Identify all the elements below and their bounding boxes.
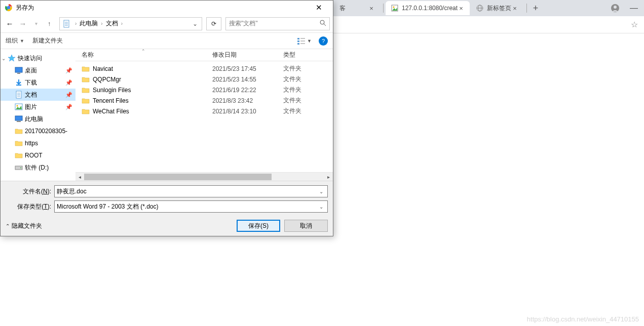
nav-item-8[interactable]: ROOT: [1, 149, 75, 161]
document-icon: [62, 19, 71, 28]
nav-back-button[interactable]: ←: [4, 18, 16, 30]
save-button[interactable]: 保存(S): [237, 220, 280, 232]
new-tab-button[interactable]: +: [529, 2, 542, 15]
nav-item-5[interactable]: 此电脑: [1, 113, 75, 125]
account-icon[interactable]: [611, 4, 620, 13]
filename-input[interactable]: 静夜思.doc ⌄: [54, 185, 328, 197]
globe-icon: [476, 4, 484, 12]
column-date[interactable]: 修改日期: [212, 51, 283, 59]
pin-icon: 📌: [65, 79, 72, 86]
nav-item-label: 下载: [25, 78, 63, 87]
folder-icon: [82, 65, 90, 73]
nav-item-label: 文档: [25, 91, 63, 99]
nav-item-label: ROOT: [25, 152, 72, 159]
drive-icon: [15, 164, 23, 172]
hide-folders-toggle[interactable]: ⌃ 隐藏文件夹: [6, 222, 42, 230]
file-type: 文件夹: [283, 64, 324, 73]
svg-point-9: [8, 7, 10, 9]
chevron-down-icon[interactable]: ⌄: [317, 189, 325, 194]
close-icon[interactable]: ×: [458, 5, 465, 12]
folder-icon: [82, 97, 90, 105]
browser-tab-1[interactable]: 127.0.0.1:8080/creat ×: [386, 1, 470, 15]
download-icon: [15, 78, 23, 87]
nav-item-label: https: [25, 140, 72, 147]
organize-button[interactable]: 组织 ▼: [6, 36, 24, 45]
svg-rect-19: [297, 43, 299, 45]
close-icon[interactable]: ×: [368, 5, 375, 12]
chevron-down-icon[interactable]: ⌄: [317, 204, 325, 210]
nav-item-1[interactable]: 桌面📌: [1, 64, 75, 76]
svg-point-1: [393, 7, 395, 8]
nav-recent-dropdown[interactable]: ▾: [30, 18, 42, 30]
minimize-icon[interactable]: —: [630, 4, 638, 13]
nav-item-4[interactable]: 图片📌: [1, 101, 75, 113]
save-as-dialog: 另存为 ✕ ← → ▾ ↑ › 此电脑 › 文档 › ⌄ ⟳ 搜索"文档" 组织: [0, 0, 333, 236]
file-type: 文件夹: [283, 86, 324, 94]
bookmark-star-icon[interactable]: ☆: [631, 20, 638, 29]
nav-item-7[interactable]: https: [1, 137, 75, 149]
horizontal-scrollbar[interactable]: ◂ ▸: [75, 172, 333, 181]
search-input[interactable]: 搜索"文档": [225, 17, 330, 30]
file-name: Tencent Files: [93, 97, 212, 104]
svg-point-6: [614, 6, 617, 9]
refresh-button[interactable]: ⟳: [206, 17, 221, 30]
browser-tab-2[interactable]: 新标签页 ×: [471, 1, 523, 15]
chevron-right-icon[interactable]: ›: [73, 21, 79, 26]
nav-item-label: 201700208305-: [25, 128, 72, 135]
file-row[interactable]: QQPCMgr2021/5/23 14:55文件夹: [75, 74, 333, 85]
file-rows: Navicat2021/5/23 17:45文件夹QQPCMgr2021/5/2…: [75, 61, 333, 172]
nav-item-2[interactable]: 下载📌: [1, 76, 75, 89]
image-icon: [391, 4, 399, 12]
pc-icon: [15, 115, 23, 123]
chevron-right-icon[interactable]: ›: [99, 21, 104, 26]
file-row[interactable]: Navicat2021/5/23 17:45文件夹: [75, 63, 333, 74]
breadcrumb-folder[interactable]: 文档: [105, 19, 119, 28]
breadcrumb-root[interactable]: 此电脑: [79, 19, 99, 28]
chevron-right-icon[interactable]: ›: [119, 21, 125, 26]
new-folder-button[interactable]: 新建文件夹: [32, 36, 63, 45]
dialog-close-button[interactable]: ✕: [309, 1, 329, 15]
expand-icon[interactable]: ⌄: [2, 56, 6, 61]
nav-item-6[interactable]: 201700208305-: [1, 125, 75, 137]
view-options-button[interactable]: ▼: [295, 36, 314, 46]
svg-rect-24: [15, 67, 22, 72]
file-type: 文件夹: [283, 107, 324, 115]
file-row[interactable]: WeChat Files2021/8/14 23:10文件夹: [75, 106, 333, 116]
nav-item-label: 图片: [25, 103, 63, 111]
file-type: 文件夹: [283, 96, 324, 105]
scroll-right-icon[interactable]: ▸: [324, 173, 333, 181]
star-icon: [8, 54, 16, 62]
window-controls: —: [611, 4, 644, 13]
file-list-area: ⌃ 名称 修改日期 类型 Navicat2021/5/23 17:45文件夹QQ…: [75, 49, 333, 181]
file-name: Sunlogin Files: [93, 87, 212, 94]
breadcrumb-bar[interactable]: › 此电脑 › 文档 › ⌄: [59, 17, 202, 30]
file-date: 2021/8/14 23:10: [212, 108, 283, 115]
tab-separator: [526, 4, 527, 13]
list-view-icon: [297, 37, 306, 45]
column-type[interactable]: 类型: [283, 51, 324, 59]
scrollbar-thumb[interactable]: [84, 174, 272, 180]
watermark: https://blog.csdn.net/weixin_44710155: [527, 315, 639, 323]
search-icon[interactable]: [320, 20, 326, 28]
column-name[interactable]: 名称: [82, 51, 212, 59]
file-row[interactable]: Tencent Files2021/8/3 23:42文件夹: [75, 95, 333, 106]
cancel-button[interactable]: 取消: [284, 220, 328, 232]
nav-forward-button[interactable]: →: [17, 18, 29, 30]
file-date: 2021/8/3 23:42: [212, 97, 283, 104]
nav-up-button[interactable]: ↑: [43, 18, 55, 30]
chrome-icon: [5, 4, 13, 12]
nav-item-3[interactable]: 文档📌: [1, 89, 75, 101]
file-type: 文件夹: [283, 75, 324, 84]
help-button[interactable]: ?: [319, 36, 328, 46]
dialog-title: 另存为: [16, 4, 309, 12]
browser-tab-0[interactable]: 客 ×: [334, 1, 380, 15]
nav-item-9[interactable]: 软件 (D:): [1, 161, 75, 174]
scroll-left-icon[interactable]: ◂: [75, 173, 84, 181]
dialog-bottom-panel: 文件名(N): 静夜思.doc ⌄ 保存类型(T): Microsoft Wor…: [1, 181, 333, 236]
close-icon[interactable]: ×: [511, 5, 518, 12]
file-row[interactable]: Sunlogin Files2021/6/19 22:22文件夹: [75, 85, 333, 95]
filetype-select[interactable]: Microsoft Word 97 - 2003 文档 (*.doc) ⌄: [54, 200, 328, 213]
nav-item-0[interactable]: ⌄快速访问: [1, 52, 75, 64]
svg-rect-25: [17, 73, 20, 74]
breadcrumb-dropdown[interactable]: ⌄: [191, 20, 200, 27]
